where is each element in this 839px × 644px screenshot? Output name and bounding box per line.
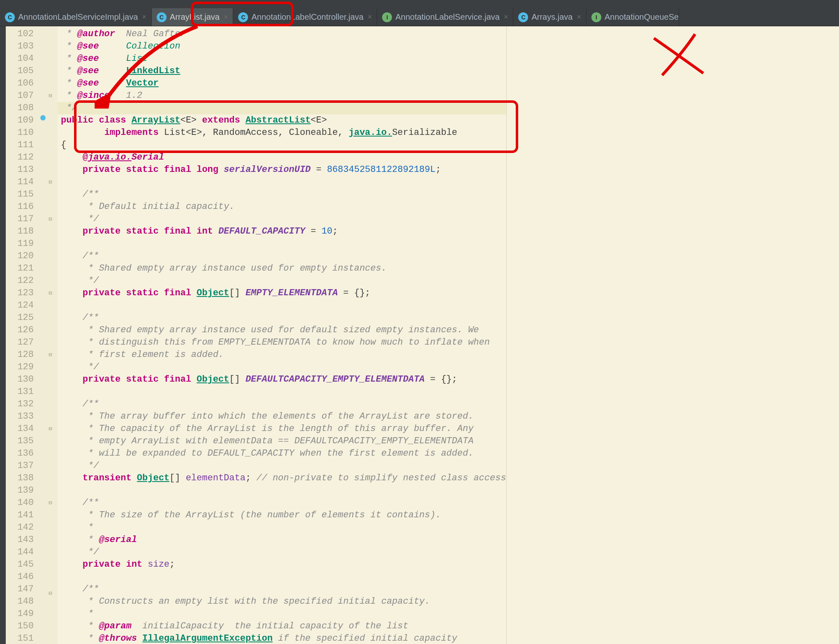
tab-label: AnnotationLabelService.java xyxy=(395,12,500,22)
line-number: 129 xyxy=(6,361,34,373)
close-icon[interactable]: × xyxy=(142,13,146,21)
tab-annotationlabelservice[interactable]: I AnnotationLabelService.java × xyxy=(377,8,513,26)
line-number: 113 xyxy=(6,164,34,176)
fold-icon[interactable]: ⊟ xyxy=(49,178,55,185)
line-number: 145 xyxy=(6,558,34,571)
line-number: 147 xyxy=(6,583,34,595)
line-number: 118 xyxy=(6,225,34,238)
class-icon: C xyxy=(518,12,528,22)
line-number: 146 xyxy=(6,571,34,583)
fold-icon[interactable]: ⊟ xyxy=(49,92,55,99)
line-number: 108 xyxy=(6,102,34,114)
line-number: 141 xyxy=(6,509,34,521)
tab-label: ArrayList.java xyxy=(170,12,220,22)
line-number: 139 xyxy=(6,484,34,497)
menu-bar xyxy=(0,0,839,8)
line-gutter: 1021031041051061071081091101111121131141… xyxy=(6,26,39,644)
gutter-icons: ⊟ ⊟ ⊟ ⊟ ⊟ ⊟ ⊟ ⊟ xyxy=(39,26,58,644)
line-number: 137 xyxy=(6,460,34,472)
line-number: 120 xyxy=(6,250,34,262)
line-number: 121 xyxy=(6,262,34,275)
line-number: 133 xyxy=(6,410,34,423)
line-number: 110 xyxy=(6,127,34,139)
line-number: 107 xyxy=(6,90,34,102)
line-number: 128 xyxy=(6,349,34,361)
line-number: 114 xyxy=(6,176,34,188)
close-icon[interactable]: × xyxy=(577,13,581,21)
line-number: 131 xyxy=(6,386,34,398)
interface-icon: I xyxy=(591,12,601,22)
line-number: 149 xyxy=(6,608,34,620)
line-number: 138 xyxy=(6,472,34,484)
line-number: 102 xyxy=(6,28,34,40)
line-number: 117 xyxy=(6,213,34,225)
tab-label: AnnotationQueueSe xyxy=(605,12,679,22)
editor: 1021031041051061071081091101111121131141… xyxy=(0,26,839,644)
line-number: 124 xyxy=(6,299,34,312)
line-number: 150 xyxy=(6,620,34,632)
code-area[interactable]: * @author Neal Gafter * @see Collection … xyxy=(58,26,507,644)
fold-icon[interactable]: ⊟ xyxy=(49,290,55,296)
line-number: 105 xyxy=(6,65,34,77)
line-number: 123 xyxy=(6,287,34,299)
line-number: 151 xyxy=(6,632,34,644)
line-number: 125 xyxy=(6,312,34,324)
class-icon: C xyxy=(157,12,167,22)
breakpoint-icon[interactable] xyxy=(40,115,46,120)
fold-icon[interactable]: ⊟ xyxy=(49,351,55,358)
editor-tabs: C AnnotationLabelServiceImpl.java × C Ar… xyxy=(0,8,839,26)
tab-annotationlabelserviceimpl[interactable]: C AnnotationLabelServiceImpl.java × xyxy=(0,8,152,26)
fold-icon[interactable]: ⊟ xyxy=(49,590,55,596)
line-number: 116 xyxy=(6,201,34,213)
tab-label: AnnotationLabelController.java xyxy=(251,12,363,22)
line-number: 136 xyxy=(6,447,34,460)
tab-annotationqueuese[interactable]: I AnnotationQueueSe xyxy=(586,8,679,26)
fold-icon[interactable]: ⊟ xyxy=(49,215,55,222)
line-number: 106 xyxy=(6,77,34,90)
tab-annotationlabelcontroller[interactable]: C AnnotationLabelController.java × xyxy=(233,8,377,26)
close-icon[interactable]: × xyxy=(224,13,228,21)
tab-arrays[interactable]: C Arrays.java × xyxy=(513,8,586,26)
fold-icon[interactable]: ⊟ xyxy=(49,499,55,506)
line-number: 144 xyxy=(6,546,34,558)
close-icon[interactable]: × xyxy=(368,13,372,21)
tab-arraylist[interactable]: C ArrayList.java × xyxy=(152,8,234,26)
code-area-right xyxy=(507,26,839,644)
line-number: 127 xyxy=(6,336,34,349)
line-number: 148 xyxy=(6,595,34,608)
line-number: 119 xyxy=(6,238,34,250)
line-number: 142 xyxy=(6,521,34,534)
line-number: 109 xyxy=(6,114,34,127)
line-number: 111 xyxy=(6,139,34,151)
close-icon[interactable]: × xyxy=(504,13,508,21)
line-number: 132 xyxy=(6,398,34,410)
line-number: 103 xyxy=(6,40,34,53)
tab-label: Arrays.java xyxy=(531,12,572,22)
line-number: 115 xyxy=(6,188,34,201)
line-number: 112 xyxy=(6,151,34,164)
line-number: 126 xyxy=(6,324,34,336)
line-number: 130 xyxy=(6,373,34,386)
line-number: 134 xyxy=(6,423,34,435)
line-number: 122 xyxy=(6,275,34,287)
tool-stripe xyxy=(0,26,6,644)
class-icon: C xyxy=(238,12,248,22)
fold-icon[interactable]: ⊟ xyxy=(49,425,55,432)
tab-label: AnnotationLabelServiceImpl.java xyxy=(18,12,138,22)
class-icon: C xyxy=(5,12,15,22)
line-number: 135 xyxy=(6,435,34,447)
line-number: 104 xyxy=(6,53,34,65)
interface-icon: I xyxy=(382,12,392,22)
line-number: 143 xyxy=(6,534,34,546)
line-number: 140 xyxy=(6,497,34,509)
